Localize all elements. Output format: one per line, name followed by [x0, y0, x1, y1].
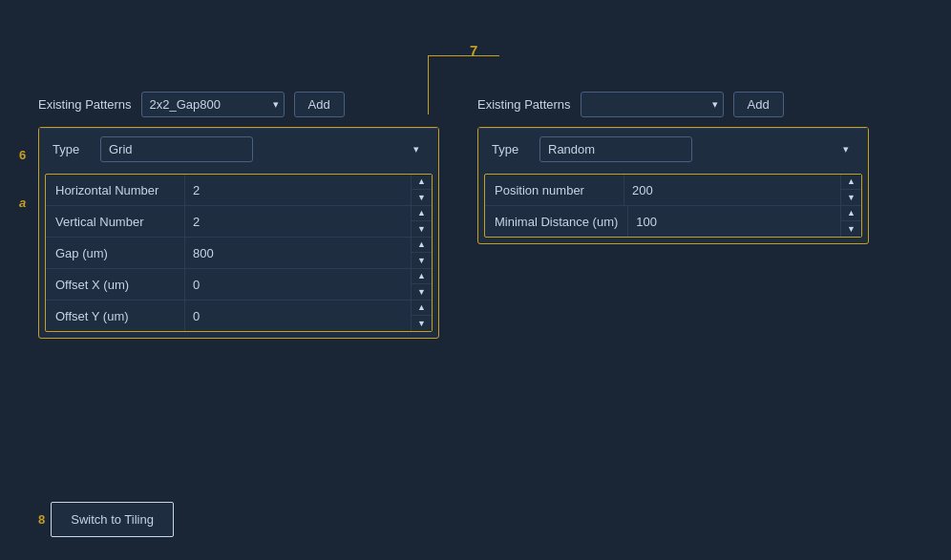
- right-type-chevron-icon: ▾: [843, 143, 849, 156]
- right-type-row: Type Grid Random ▾: [478, 128, 868, 170]
- right-panel: Type Grid Random ▾ Position number: [477, 127, 869, 244]
- position-number-spinner: ▲ ▼: [840, 175, 861, 205]
- table-row: Position number ▲ ▼: [485, 175, 861, 206]
- minimal-distance-input-wrap: ▲ ▼: [627, 206, 861, 237]
- offset-x-input-wrap: ▲ ▼: [184, 269, 432, 300]
- left-add-button[interactable]: Add: [294, 92, 345, 117]
- offset-x-down[interactable]: ▼: [412, 284, 432, 300]
- gap-input-wrap: ▲ ▼: [184, 238, 432, 268]
- vertical-number-label: Vertical Number: [46, 207, 184, 237]
- vertical-number-up[interactable]: ▲: [412, 206, 432, 221]
- label-6: 6: [19, 148, 26, 162]
- offset-y-down[interactable]: ▼: [412, 316, 432, 331]
- right-fields-section: Position number ▲ ▼ Minimal Distance (um…: [484, 174, 862, 238]
- left-type-select[interactable]: Grid Random: [100, 136, 253, 162]
- left-fields-section: Horizontal Number ▲ ▼ Vertical Number: [45, 174, 433, 332]
- label-a: a: [19, 196, 26, 210]
- table-row: Offset X (um) ▲ ▼: [46, 269, 432, 301]
- gap-up[interactable]: ▲: [412, 238, 432, 253]
- vertical-number-spinner: ▲ ▼: [411, 206, 432, 237]
- gap-down[interactable]: ▼: [412, 253, 432, 268]
- left-pattern-select-wrapper[interactable]: 2x2_Gap800 ▾: [141, 92, 285, 117]
- gap-spinner: ▲ ▼: [411, 238, 432, 268]
- table-row: Vertical Number ▲ ▼: [46, 206, 432, 238]
- left-type-select-wrapper[interactable]: Grid Random ▾: [100, 136, 425, 162]
- switch-to-tiling-button[interactable]: Switch to Tiling: [51, 502, 174, 537]
- left-existing-patterns-label: Existing Patterns: [38, 97, 132, 112]
- minimal-distance-input[interactable]: [628, 209, 840, 235]
- vertical-number-input-wrap: ▲ ▼: [184, 206, 432, 237]
- horizontal-number-spinner: ▲ ▼: [411, 175, 432, 205]
- vertical-number-input[interactable]: [185, 209, 411, 235]
- horizontal-number-down[interactable]: ▼: [412, 190, 432, 205]
- table-row: Horizontal Number ▲ ▼: [46, 175, 432, 206]
- right-pattern-select[interactable]: [581, 92, 724, 117]
- horizontal-number-label: Horizontal Number: [46, 176, 184, 205]
- position-number-up[interactable]: ▲: [841, 175, 861, 190]
- table-row: Offset Y (um) ▲ ▼: [46, 301, 432, 331]
- minimal-distance-spinner: ▲ ▼: [840, 206, 861, 237]
- minimal-distance-down[interactable]: ▼: [841, 221, 861, 237]
- right-existing-patterns-label: Existing Patterns: [477, 97, 571, 112]
- right-type-select[interactable]: Grid Random: [539, 136, 692, 162]
- offset-x-spinner: ▲ ▼: [411, 269, 432, 300]
- offset-x-up[interactable]: ▲: [412, 269, 432, 284]
- left-type-label: Type: [53, 142, 91, 156]
- minimal-distance-label: Minimal Distance (um): [485, 207, 627, 237]
- right-add-button[interactable]: Add: [733, 92, 784, 117]
- left-panel: Type Grid Random ▾ Horizontal Number: [38, 127, 439, 339]
- left-pattern-select[interactable]: 2x2_Gap800: [141, 92, 285, 117]
- offset-x-input[interactable]: [185, 272, 411, 298]
- offset-y-label: Offset Y (um): [46, 301, 184, 331]
- right-type-select-wrapper[interactable]: Grid Random ▾: [539, 136, 855, 162]
- position-number-input[interactable]: [624, 177, 840, 203]
- left-type-row: Type Grid Random ▾: [39, 128, 438, 170]
- horizontal-number-up[interactable]: ▲: [412, 175, 432, 190]
- table-row: Gap (um) ▲ ▼: [46, 238, 432, 269]
- offset-y-spinner: ▲ ▼: [411, 301, 432, 331]
- gap-input[interactable]: [185, 240, 411, 266]
- position-number-down[interactable]: ▼: [841, 190, 861, 205]
- right-pattern-select-wrapper[interactable]: ▾: [581, 92, 724, 117]
- offset-y-input[interactable]: [185, 303, 411, 329]
- offset-y-up[interactable]: ▲: [412, 301, 432, 316]
- offset-x-label: Offset X (um): [46, 270, 184, 300]
- horizontal-number-input[interactable]: [185, 177, 411, 203]
- right-type-label: Type: [492, 142, 530, 156]
- position-number-label: Position number: [485, 176, 623, 205]
- offset-y-input-wrap: ▲ ▼: [184, 301, 432, 331]
- bottom-row: 8 Switch to Tiling: [38, 502, 174, 537]
- table-row: Minimal Distance (um) ▲ ▼: [485, 206, 861, 237]
- horizontal-number-input-wrap: ▲ ▼: [184, 175, 432, 205]
- position-number-input-wrap: ▲ ▼: [623, 175, 861, 205]
- minimal-distance-up[interactable]: ▲: [841, 206, 861, 221]
- vertical-number-down[interactable]: ▼: [412, 221, 432, 237]
- left-type-chevron-icon: ▾: [413, 143, 419, 156]
- gap-label: Gap (um): [46, 239, 184, 268]
- label-8: 8: [38, 512, 45, 527]
